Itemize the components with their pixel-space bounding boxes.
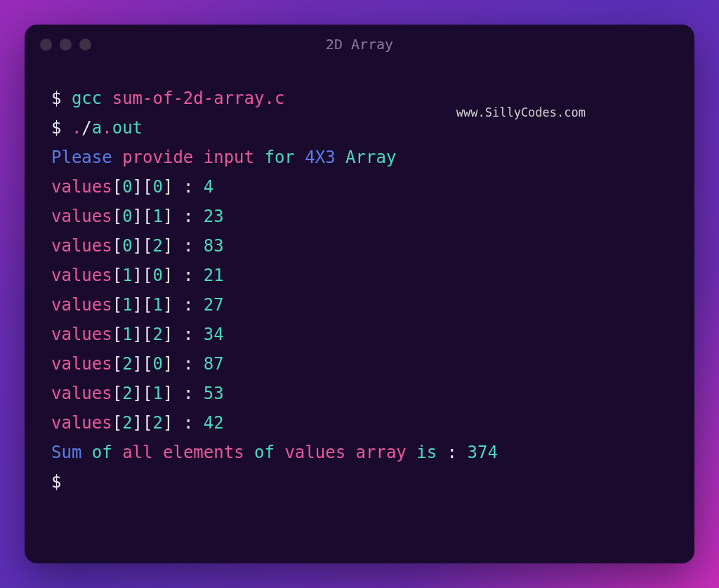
traffic-lights (40, 39, 91, 51)
entry-value: 23 (204, 207, 224, 226)
bracket-open: [ (143, 413, 152, 433)
close-button[interactable] (40, 39, 52, 51)
bracket-open: [ (143, 207, 152, 226)
bracket-open: [ (143, 266, 152, 285)
row-index: 2 (122, 354, 132, 374)
col-index: 1 (153, 207, 163, 226)
col-index: 2 (153, 413, 163, 433)
final-prompt-line: $ (51, 467, 668, 497)
value-entry-line: values[2][0] : 87 (51, 349, 668, 379)
row-index: 1 (122, 266, 132, 285)
bracket-close: ] (133, 236, 143, 256)
bracket-open: [ (143, 236, 152, 256)
values-label: values (51, 177, 112, 197)
value-entry-line: values[2][2] : 42 (51, 408, 668, 438)
minimize-button[interactable] (60, 39, 72, 51)
bracket-open: [ (143, 295, 152, 315)
result-value: 374 (468, 443, 498, 462)
colon: : (183, 177, 193, 197)
colon: : (183, 266, 193, 285)
entry-value: 87 (204, 354, 224, 374)
entry-value: 83 (204, 236, 224, 256)
row-index: 2 (122, 384, 132, 403)
word-all: all (122, 443, 152, 462)
array-dimensions: 4X3 (305, 148, 335, 167)
gcc-command: gcc (72, 89, 102, 108)
bracket-close: ] (163, 413, 173, 433)
colon: : (183, 354, 193, 374)
input-prompt-line: Please provide input for 4X3 Array (51, 143, 668, 172)
bracket-close: ] (163, 295, 173, 315)
word-array: Array (345, 148, 396, 167)
col-index: 0 (153, 266, 163, 285)
col-index: 2 (153, 236, 163, 256)
bracket-close: ] (133, 207, 143, 226)
bracket-close: ] (133, 295, 143, 315)
col-index: 0 (153, 354, 163, 374)
values-label: values (51, 266, 112, 285)
values-label: values (51, 384, 112, 403)
bracket-open: [ (112, 325, 122, 344)
values-label: values (51, 354, 112, 374)
watermark: www.SillyCodes.com (456, 103, 586, 124)
colon: : (183, 295, 193, 315)
bracket-close: ] (163, 384, 173, 403)
word-sum: Sum (51, 443, 81, 462)
row-index: 0 (122, 236, 132, 256)
row-index: 0 (122, 177, 132, 197)
row-index: 1 (122, 295, 132, 315)
value-entry-line: values[0][2] : 83 (51, 231, 668, 261)
entry-value: 27 (204, 295, 224, 315)
bracket-close: ] (133, 354, 143, 374)
bracket-open: [ (112, 384, 122, 403)
col-index: 1 (153, 295, 163, 315)
colon: : (183, 384, 193, 403)
bracket-close: ] (133, 325, 143, 344)
colon: : (183, 413, 193, 433)
word-input: input (204, 148, 254, 167)
terminal-body[interactable]: www.SillyCodes.com $ gcc sum-of-2d-array… (25, 64, 694, 563)
value-entry-line: values[1][2] : 34 (51, 320, 668, 349)
bracket-open: [ (143, 384, 152, 403)
values-label: values (51, 413, 112, 433)
bracket-close: ] (163, 207, 173, 226)
bracket-close: ] (163, 266, 173, 285)
entry-value: 21 (204, 266, 224, 285)
value-entry-line: values[2][1] : 53 (51, 379, 668, 408)
col-index: 1 (153, 384, 163, 403)
word-array2: array (356, 443, 407, 462)
run-slash: / (81, 118, 91, 138)
result-colon: : (447, 443, 457, 462)
word-elements: elements (163, 443, 244, 462)
bracket-close: ] (133, 177, 143, 197)
colon: : (183, 207, 193, 226)
bracket-open: [ (112, 413, 122, 433)
result-line: Sum of all elements of values array is :… (51, 438, 668, 467)
word-is: is (416, 443, 437, 462)
col-index: 0 (153, 177, 163, 197)
word-for: for (264, 148, 294, 167)
source-file: sum-of-2d-array.c (112, 89, 285, 108)
bracket-open: [ (112, 236, 122, 256)
values-label: values (51, 325, 112, 344)
run-dot2: . (102, 118, 112, 138)
title-bar: 2D Array (25, 25, 694, 64)
run-dot: . (72, 118, 81, 138)
row-index: 2 (122, 413, 132, 433)
bracket-open: [ (112, 295, 122, 315)
entry-value: 4 (204, 177, 213, 197)
colon: : (183, 236, 193, 256)
prompt-symbol: $ (51, 472, 61, 492)
row-index: 0 (122, 207, 132, 226)
bracket-open: [ (143, 325, 152, 344)
maximize-button[interactable] (79, 39, 91, 51)
bracket-close: ] (163, 236, 173, 256)
value-entry-line: values[0][1] : 23 (51, 202, 668, 231)
word-of2: of (254, 443, 275, 462)
word-provide: provide (122, 148, 193, 167)
bracket-open: [ (112, 177, 122, 197)
value-entry-line: values[0][0] : 4 (51, 172, 668, 202)
word-values: values (284, 443, 345, 462)
bracket-close: ] (163, 354, 173, 374)
run-a: a (92, 118, 102, 138)
